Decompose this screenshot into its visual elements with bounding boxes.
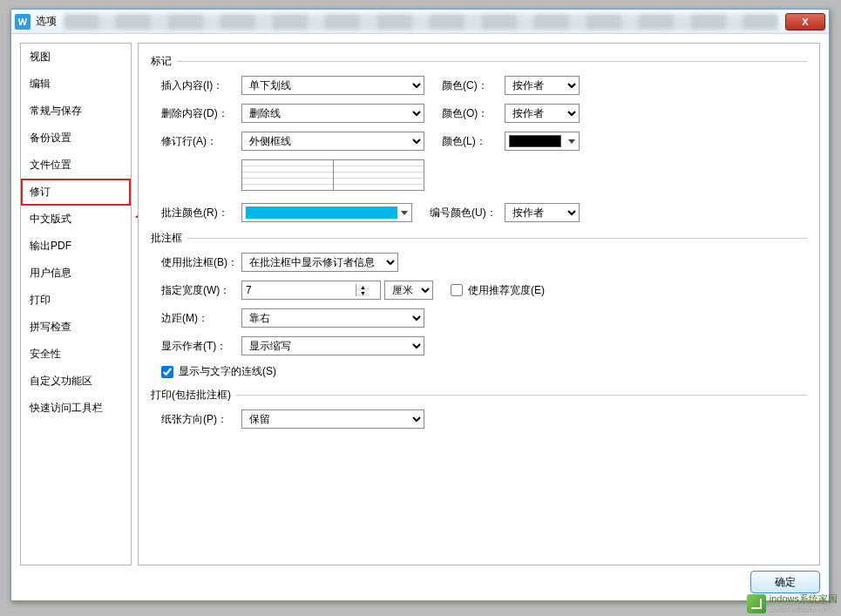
orient-label: 纸张方向(P)： <box>161 412 241 427</box>
colorO-label: 颜色(O)： <box>442 106 505 121</box>
revision-preview <box>241 159 424 191</box>
sidebar-item-custom-ribbon[interactable]: 自定义功能区 <box>21 368 131 395</box>
margin-label: 边距(M)： <box>161 311 241 326</box>
revline-combo[interactable]: 外侧框线 <box>241 132 424 151</box>
close-icon: X <box>802 17 808 27</box>
orient-combo[interactable]: 保留 <box>241 410 424 429</box>
settings-panel: 标记 插入内容(I)： 单下划线 颜色(C)： 按作者 删除内容(D)： 删除线… <box>138 43 820 565</box>
author-combo[interactable]: 显示缩写 <box>241 336 424 355</box>
client-area: 视图 编辑 常规与保存 备份设置 文件位置 修订 中文版式 输出PDF 用户信息… <box>11 34 829 600</box>
colorL-label: 颜色(L)： <box>442 134 505 149</box>
sidebar-item-security[interactable]: 安全性 <box>21 341 131 368</box>
delete-combo[interactable]: 删除线 <box>241 104 424 123</box>
use-balloon-combo[interactable]: 在批注框中显示修订者信息 <box>241 253 398 272</box>
colorC-combo[interactable]: 按作者 <box>505 76 580 95</box>
sidebar-item-cn-layout[interactable]: 中文版式 <box>21 206 131 233</box>
sidebar-item-user-info[interactable]: 用户信息 <box>21 260 131 287</box>
chevron-down-icon <box>401 211 408 215</box>
numcolor-combo[interactable]: 按作者 <box>505 203 580 222</box>
color-swatch <box>509 135 561 147</box>
width-label: 指定宽度(W)： <box>161 283 241 298</box>
author-label: 显示作者(T)： <box>161 339 241 354</box>
group-balloon-title: 批注框 <box>151 231 182 246</box>
group-print: 打印(包括批注框) 纸张方向(P)： 保留 <box>151 388 807 429</box>
use-balloon-label: 使用批注框(B)： <box>161 255 241 270</box>
commentcolor-combo[interactable] <box>241 203 412 222</box>
category-sidebar: 视图 编辑 常规与保存 备份设置 文件位置 修订 中文版式 输出PDF 用户信息… <box>20 43 132 565</box>
width-input[interactable] <box>242 281 356 299</box>
app-icon: W <box>15 14 31 30</box>
options-dialog: W 选项 X 视图 编辑 常规与保存 备份设置 文件位置 修订 中文版式 输出P… <box>10 9 830 601</box>
sidebar-item-view[interactable]: 视图 <box>21 44 131 71</box>
watermark-text: indows系统家园 <box>770 593 838 604</box>
width-unit-combo[interactable]: 厘米 <box>384 281 433 300</box>
numcolor-label: 编号颜色(U)： <box>430 206 505 220</box>
background-blur <box>64 14 778 30</box>
sidebar-item-quick-access[interactable]: 快速访问工具栏 <box>21 395 131 422</box>
watermark-logo-icon <box>747 594 766 613</box>
chevron-down-icon <box>568 139 575 144</box>
margin-combo[interactable]: 靠右 <box>241 308 424 328</box>
revline-label: 修订行(A)： <box>161 134 241 149</box>
connect-line-check[interactable] <box>161 366 173 378</box>
colorO-combo[interactable]: 按作者 <box>505 104 580 123</box>
width-spinner[interactable]: ▲▼ <box>241 281 381 300</box>
sidebar-item-revision[interactable]: 修订 <box>21 179 131 206</box>
window-title: 选项 <box>36 14 57 29</box>
watermark-url: www.nuihaitu.com <box>770 606 838 614</box>
connect-line-label: 显示与文字的连线(S) <box>179 364 276 379</box>
delete-label: 删除内容(D)： <box>161 106 241 121</box>
color-swatch <box>246 206 397 219</box>
insert-combo[interactable]: 单下划线 <box>241 76 424 95</box>
sidebar-item-backup[interactable]: 备份设置 <box>21 125 131 152</box>
close-button[interactable]: X <box>785 13 825 30</box>
recommended-width-check[interactable] <box>451 284 463 296</box>
spin-down-icon[interactable]: ▼ <box>356 290 370 296</box>
group-print-title: 打印(包括批注框) <box>151 388 231 403</box>
title-bar: W 选项 X <box>11 10 829 34</box>
dialog-footer: 确定 <box>20 569 820 595</box>
group-mark-title: 标记 <box>151 54 172 69</box>
watermark: indows系统家园 www.nuihaitu.com <box>747 592 838 614</box>
sidebar-item-general-save[interactable]: 常规与保存 <box>21 98 131 125</box>
recommended-width-label: 使用推荐宽度(E) <box>468 283 545 298</box>
colorC-label: 颜色(C)： <box>442 78 505 93</box>
sidebar-item-spellcheck[interactable]: 拼写检查 <box>21 314 131 341</box>
sidebar-item-file-location[interactable]: 文件位置 <box>21 152 131 179</box>
sidebar-item-print[interactable]: 打印 <box>21 287 131 314</box>
sidebar-item-edit[interactable]: 编辑 <box>21 71 131 98</box>
group-balloon: 批注框 使用批注框(B)： 在批注框中显示修订者信息 指定宽度(W)： ▲▼ 厘… <box>151 231 807 379</box>
spin-up-icon[interactable]: ▲ <box>356 284 370 290</box>
insert-label: 插入内容(I)： <box>161 78 241 93</box>
group-mark: 标记 插入内容(I)： 单下划线 颜色(C)： 按作者 删除内容(D)： 删除线… <box>151 54 807 222</box>
colorL-combo[interactable] <box>505 132 580 151</box>
sidebar-item-export-pdf[interactable]: 输出PDF <box>21 233 131 260</box>
ok-button[interactable]: 确定 <box>750 571 820 593</box>
commentcolor-label: 批注颜色(R)： <box>161 206 241 220</box>
